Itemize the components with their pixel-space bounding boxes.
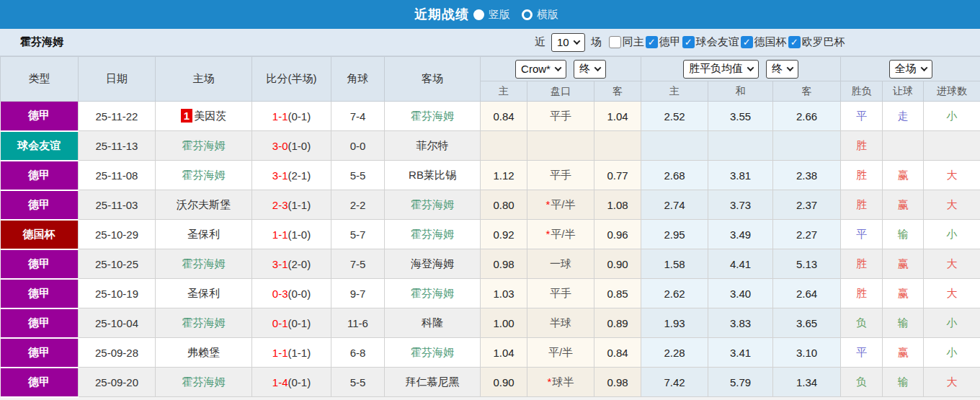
chevron-down-icon <box>554 64 561 71</box>
league-checkbox-label[interactable]: 德甲 <box>659 35 681 49</box>
cell-handicap: *平/半 <box>527 190 594 220</box>
score-fulltime: 1-1 <box>272 110 288 123</box>
league-checkbox-label[interactable]: 球会友谊 <box>696 35 739 49</box>
recent-label: 近 <box>535 35 545 49</box>
cell-odds-away: 0.98 <box>594 368 641 397</box>
table-row: 德甲 25-10-04 霍芬海姆 0-1(0-1) 11-6 科隆 1.00 半… <box>1 308 980 338</box>
home-team-link[interactable]: 霍芬海姆 <box>182 257 226 270</box>
cell-result: 胜 <box>841 190 883 220</box>
league-checkbox[interactable]: ✓ <box>788 36 801 48</box>
cell-home-team: 圣保利 <box>156 279 252 308</box>
radio-horizontal-layout[interactable] <box>522 9 533 20</box>
cell-handicap: 一球 <box>527 249 594 279</box>
away-team-link[interactable]: 霍芬海姆 <box>411 228 454 240</box>
cell-avg-home: 2.62 <box>641 279 708 308</box>
cell-avg-draw: 3.73 <box>708 190 773 220</box>
league-checkbox-label[interactable]: 德国杯 <box>754 35 787 49</box>
table-row: 德甲 25-11-03 沃尔夫斯堡 2-3(1-1) 2-2 霍芬海姆 0.80… <box>1 190 980 220</box>
away-team-link[interactable]: 科隆 <box>422 316 443 329</box>
radio-vertical-label[interactable]: 竖版 <box>489 8 510 22</box>
cell-avg-home <box>641 131 708 161</box>
table-row: 德甲 25-09-28 弗赖堡 1-1(1-1) 6-8 霍芬海姆 1.04 平… <box>1 338 980 368</box>
cell-odds-home: 0.90 <box>481 368 527 397</box>
away-team-link[interactable]: 海登海姆 <box>411 257 454 270</box>
handicap-text: 球半 <box>552 375 574 388</box>
score-fulltime: 1-1 <box>272 347 288 359</box>
odds-time-select[interactable]: 终 <box>574 60 606 79</box>
cell-handicap-result: 输 <box>883 368 924 397</box>
score-halftime: (0-1) <box>288 110 311 123</box>
home-team-link[interactable]: 圣保利 <box>187 287 220 299</box>
cell-date: 25-09-28 <box>79 338 156 368</box>
cell-handicap-result <box>883 131 924 161</box>
cell-goals-result: 大 <box>924 190 980 220</box>
filter-controls: 近 10 场 ✓ 同主 ✓德甲✓球会友谊✓德国杯✓欧罗巴杯 <box>535 33 845 52</box>
sub-header-5: 客 <box>773 81 841 102</box>
cell-away-team: 科隆 <box>385 308 481 338</box>
full-match-select[interactable]: 全场 <box>889 60 932 79</box>
cell-odds-home: 0.80 <box>481 190 527 220</box>
cell-corners: 5-5 <box>331 161 385 190</box>
sub-header-1: 盘口 <box>527 81 594 102</box>
home-team-link[interactable]: 沃尔夫斯堡 <box>177 198 231 210</box>
away-team-link[interactable]: 霍芬海姆 <box>411 346 454 358</box>
chevron-down-icon <box>920 64 927 71</box>
cell-handicap <box>527 131 594 161</box>
league-checkbox[interactable]: ✓ <box>682 36 695 48</box>
cell-result: 负 <box>841 368 883 397</box>
cell-date: 25-11-13 <box>79 131 156 161</box>
home-team-link[interactable]: 霍芬海姆 <box>182 375 226 388</box>
home-team-link[interactable]: 霍芬海姆 <box>182 169 226 181</box>
cell-away-team: 霍芬海姆 <box>385 279 481 308</box>
cell-league-type: 德甲 <box>1 308 79 338</box>
home-team-link[interactable]: 美因茨 <box>194 110 226 122</box>
cell-handicap-result: 赢 <box>883 249 924 279</box>
away-team-link[interactable]: 拜仁慕尼黑 <box>406 375 460 388</box>
cell-avg-home: 1.93 <box>641 308 708 338</box>
cell-result: 胜 <box>841 249 883 279</box>
home-team-link[interactable]: 圣保利 <box>187 228 220 240</box>
header-score: 比分(半场) <box>252 57 331 102</box>
home-team-link[interactable]: 霍芬海姆 <box>182 316 226 329</box>
home-team-link[interactable]: 霍芬海姆 <box>182 139 226 151</box>
radio-vertical-layout[interactable] <box>473 9 484 20</box>
cell-handicap-result: 赢 <box>883 190 924 220</box>
league-checkbox-label[interactable]: 欧罗巴杯 <box>802 35 845 49</box>
score-halftime: (1-1) <box>288 347 311 359</box>
cell-avg-away: 2.64 <box>773 279 841 308</box>
cell-odds-home: 1.12 <box>481 161 527 190</box>
cell-handicap-result: 走 <box>883 102 924 131</box>
avg-type-select[interactable]: 胜平负均值 <box>683 60 759 79</box>
match-count-select[interactable]: 10 <box>551 33 585 52</box>
table-row: 德国杯 25-10-29 圣保利 1-1(1-0) 5-7 霍芬海姆 0.92 … <box>1 220 980 249</box>
cell-odds-away: 0.85 <box>594 279 641 308</box>
cell-away-team: 海登海姆 <box>385 249 481 279</box>
cell-league-type: 德甲 <box>1 161 79 190</box>
same-home-checkbox[interactable]: ✓ <box>609 36 621 48</box>
avg-time-select[interactable]: 终 <box>766 60 798 79</box>
cell-corners: 11-6 <box>331 308 385 338</box>
league-checkbox[interactable]: ✓ <box>646 36 658 48</box>
away-team-link[interactable]: 霍芬海姆 <box>411 198 454 210</box>
home-team-link[interactable]: 弗赖堡 <box>187 346 220 358</box>
same-home-label[interactable]: 同主 <box>623 35 644 49</box>
away-team-link[interactable]: 霍芬海姆 <box>411 110 454 122</box>
handicap-text: 平/半 <box>551 198 575 210</box>
cell-league-type: 球会友谊 <box>1 131 79 161</box>
cell-league-type: 德国杯 <box>1 220 79 249</box>
radio-horizontal-label[interactable]: 横版 <box>537 8 558 22</box>
sub-header-8: 进球数 <box>924 81 980 102</box>
cell-avg-home: 2.74 <box>641 190 708 220</box>
score-fulltime: 0-3 <box>272 288 288 300</box>
cell-away-team: 菲尔特 <box>385 131 481 161</box>
cell-league-type: 德甲 <box>1 249 79 279</box>
away-team-link[interactable]: 霍芬海姆 <box>411 287 454 299</box>
cell-avg-home: 2.28 <box>641 338 708 368</box>
odds-company-select[interactable]: Crow* <box>515 60 566 79</box>
away-team-link[interactable]: RB莱比锡 <box>409 169 456 181</box>
avg-time-value: 终 <box>772 62 783 76</box>
league-checkbox[interactable]: ✓ <box>741 36 753 48</box>
cell-result: 平 <box>841 338 883 368</box>
cell-handicap-result: 输 <box>883 220 924 249</box>
away-team-link[interactable]: 菲尔特 <box>416 139 449 151</box>
